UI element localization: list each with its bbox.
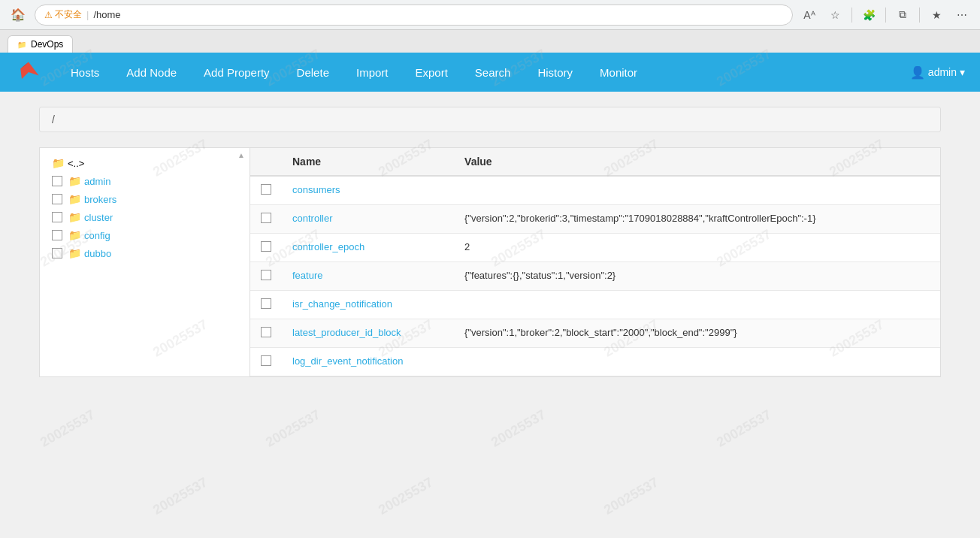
bird-logo-icon: [15, 59, 42, 86]
row-checkbox-6: [250, 348, 282, 376]
bookmark-icon[interactable]: ☆: [824, 5, 845, 26]
tree-link-admin[interactable]: admin: [84, 176, 110, 187]
table-row: isr_change_notification: [250, 291, 940, 319]
nav-monitor[interactable]: Monitor: [586, 53, 651, 92]
row-name-3: feature: [282, 262, 454, 291]
row-checkbox-5: [250, 319, 282, 348]
browser-toolbar-icons: Aᴬ ☆ 🧩 ⧉ ★ ⋯: [799, 5, 972, 26]
nav-add-node[interactable]: Add Node: [113, 53, 190, 92]
tree-item-config[interactable]: 📁 config: [40, 226, 250, 244]
folder-icon-config: 📁: [68, 229, 81, 241]
checkbox-6[interactable]: [261, 355, 271, 366]
row-link-isr_change_notification[interactable]: isr_change_notification: [292, 298, 392, 310]
column-header-value: Value: [454, 148, 940, 176]
row-name-2: controller_epoch: [282, 234, 454, 262]
row-checkbox-2: [250, 234, 282, 262]
user-menu[interactable]: 👤 admin ▾: [895, 65, 980, 80]
folder-icon-brokers: 📁: [68, 193, 81, 205]
separator: [851, 8, 852, 23]
separator2: [885, 8, 886, 23]
tree-item-dubbo[interactable]: 📁 dubbo: [40, 244, 250, 262]
data-panel: Name Value consumerscontroller{"version"…: [250, 148, 940, 376]
table-row: latest_producer_id_block{"version":1,"br…: [250, 319, 940, 348]
url-display: /home: [93, 9, 120, 20]
row-value-0: [454, 176, 940, 205]
row-value-1: {"version":2,"brokerid":3,"timestamp":"1…: [454, 205, 940, 234]
extensions-icon[interactable]: 🧩: [858, 5, 879, 26]
row-checkbox-4: [250, 291, 282, 319]
checkbox-4[interactable]: [261, 298, 271, 309]
tree-checkbox-cluster[interactable]: [52, 212, 62, 222]
address-bar[interactable]: ⚠ 不安全 | /home: [35, 5, 793, 26]
row-value-5: {"version":1,"broker":2,"block_start":"2…: [454, 319, 940, 348]
nav-hosts[interactable]: Hosts: [57, 53, 113, 92]
row-link-latest_producer_id_block[interactable]: latest_producer_id_block: [292, 327, 401, 338]
row-link-controller[interactable]: controller: [292, 213, 332, 224]
tree-checkbox-admin[interactable]: [52, 176, 62, 186]
column-header-name: Name: [282, 148, 454, 176]
row-value-4: [454, 291, 940, 319]
checkbox-1[interactable]: [261, 213, 271, 223]
nav-export[interactable]: Export: [401, 53, 461, 92]
browser-home-button[interactable]: 🏠: [8, 5, 29, 26]
row-value-2: 2: [454, 234, 940, 262]
checkbox-5[interactable]: [261, 327, 271, 337]
folder-icon-dubbo: 📁: [68, 247, 81, 259]
user-label: admin: [928, 66, 957, 78]
folder-icon-back: 📁: [52, 157, 65, 169]
table-header-row: Name Value: [250, 148, 940, 176]
tree-item-admin[interactable]: 📁 admin: [40, 172, 250, 190]
table-row: controller_epoch2: [250, 234, 940, 262]
row-link-feature[interactable]: feature: [292, 270, 322, 281]
checkbox-2[interactable]: [261, 241, 271, 252]
tree-link-dubbo[interactable]: dubbo: [84, 248, 111, 259]
row-link-consumers[interactable]: consumers: [292, 184, 340, 195]
tree-checkbox-brokers[interactable]: [52, 194, 62, 204]
dropdown-arrow-icon: ▾: [960, 66, 965, 78]
table-row: log_dir_event_notification: [250, 348, 940, 376]
table-row: feature{"features":{},"status":1,"versio…: [250, 262, 940, 291]
tree-item-cluster[interactable]: 📁 cluster: [40, 208, 250, 226]
row-link-log_dir_event_notification[interactable]: log_dir_event_notification: [292, 355, 403, 367]
row-checkbox-0: [250, 176, 282, 205]
row-value-3: {"features":{},"status":1,"version":2}: [454, 262, 940, 291]
app-logo: [15, 59, 42, 86]
tree-checkbox-dubbo[interactable]: [52, 248, 62, 258]
favorites-icon[interactable]: ★: [926, 5, 947, 26]
row-value-6: [454, 348, 940, 376]
nav-links: Hosts Add Node Add Property Delete Impor…: [57, 53, 895, 92]
row-link-controller_epoch[interactable]: controller_epoch: [292, 241, 364, 252]
separator3: [919, 8, 920, 23]
settings-icon[interactable]: ⋯: [951, 5, 972, 26]
font-size-icon[interactable]: Aᴬ: [799, 5, 820, 26]
tree-link-cluster[interactable]: cluster: [84, 212, 113, 223]
browser-tab-devops[interactable]: 📁 DevOps: [8, 35, 73, 53]
row-checkbox-1: [250, 205, 282, 234]
tab-favicon: 📁: [17, 41, 26, 49]
tree-item-brokers[interactable]: 📁 brokers: [40, 190, 250, 208]
nav-add-property[interactable]: Add Property: [190, 53, 283, 92]
tree-link-config[interactable]: config: [84, 230, 110, 241]
row-name-0: consumers: [282, 176, 454, 205]
scroll-up-indicator: ▲: [237, 151, 245, 159]
row-name-5: latest_producer_id_block: [282, 319, 454, 348]
user-icon: 👤: [910, 65, 925, 80]
tree-checkbox-config[interactable]: [52, 230, 62, 240]
nav-delete[interactable]: Delete: [283, 53, 343, 92]
browser-chrome: 🏠 ⚠ 不安全 | /home Aᴬ ☆ 🧩 ⧉ ★ ⋯: [0, 0, 980, 30]
tab-title: DevOps: [31, 39, 63, 50]
checkbox-0[interactable]: [261, 184, 271, 195]
security-warning: ⚠ 不安全: [44, 8, 82, 21]
checkbox-3[interactable]: [261, 270, 271, 280]
tab-bar: 📁 DevOps: [0, 30, 980, 53]
folder-icon-admin: 📁: [68, 175, 81, 187]
tree-link-brokers[interactable]: brokers: [84, 194, 116, 205]
nav-import[interactable]: Import: [343, 53, 402, 92]
tree-item-back[interactable]: 📁 <..>: [40, 154, 250, 172]
nav-history[interactable]: History: [524, 53, 586, 92]
table-row: controller{"version":2,"brokerid":3,"tim…: [250, 205, 940, 234]
breadcrumb: /: [39, 107, 941, 132]
nav-search[interactable]: Search: [461, 53, 525, 92]
split-view-icon[interactable]: ⧉: [892, 5, 913, 26]
row-name-1: controller: [282, 205, 454, 234]
